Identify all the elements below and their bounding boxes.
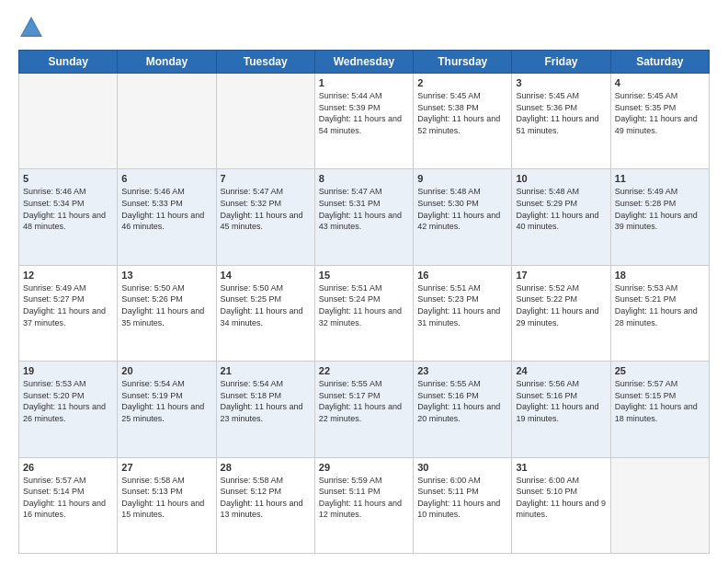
day-info: Sunrise: 5:54 AMSunset: 5:19 PMDaylight:… <box>121 378 211 424</box>
sunrise-text: Sunrise: 5:53 AM <box>23 379 86 388</box>
calendar-cell: 15Sunrise: 5:51 AMSunset: 5:24 PMDayligh… <box>314 265 413 361</box>
day-info: Sunrise: 5:51 AMSunset: 5:23 PMDaylight:… <box>417 282 507 328</box>
calendar-row: 26Sunrise: 5:57 AMSunset: 5:14 PMDayligh… <box>19 457 710 553</box>
day-number: 7 <box>221 173 311 184</box>
sunset-text: Sunset: 5:27 PM <box>23 294 85 304</box>
day-number: 16 <box>417 270 507 281</box>
daylight-text: Daylight: 11 hours and 32 minutes. <box>319 306 402 327</box>
sunset-text: Sunset: 5:25 PM <box>221 294 282 304</box>
day-number: 26 <box>23 462 113 473</box>
calendar-cell: 30Sunrise: 6:00 AMSunset: 5:11 PMDayligh… <box>414 457 512 553</box>
header <box>18 15 710 40</box>
calendar-row: 5Sunrise: 5:46 AMSunset: 5:34 PMDaylight… <box>19 169 710 265</box>
day-number: 29 <box>319 462 409 473</box>
day-info: Sunrise: 5:45 AMSunset: 5:36 PMDaylight:… <box>516 90 606 136</box>
daylight-text: Daylight: 11 hours and 34 minutes. <box>221 306 303 327</box>
sunrise-text: Sunrise: 5:59 AM <box>319 476 382 485</box>
day-info: Sunrise: 6:00 AMSunset: 5:10 PMDaylight:… <box>516 475 606 521</box>
day-info: Sunrise: 5:48 AMSunset: 5:29 PMDaylight:… <box>516 186 606 232</box>
daylight-text: Daylight: 11 hours and 42 minutes. <box>417 211 500 232</box>
sunset-text: Sunset: 5:29 PM <box>516 199 577 208</box>
svg-marker-1 <box>22 20 40 35</box>
day-number: 11 <box>615 173 705 184</box>
sunset-text: Sunset: 5:21 PM <box>615 294 677 304</box>
sunset-text: Sunset: 5:18 PM <box>221 391 282 400</box>
sunrise-text: Sunrise: 5:55 AM <box>417 379 481 388</box>
day-number: 25 <box>615 365 705 376</box>
daylight-text: Daylight: 11 hours and 10 minutes. <box>417 499 500 520</box>
day-number: 12 <box>23 270 113 281</box>
sunrise-text: Sunrise: 6:00 AM <box>417 476 481 485</box>
day-number: 1 <box>319 77 409 88</box>
day-number: 28 <box>221 462 311 473</box>
day-number: 13 <box>121 270 211 281</box>
calendar-cell: 3Sunrise: 5:45 AMSunset: 5:36 PMDaylight… <box>512 74 610 169</box>
daylight-text: Daylight: 11 hours and 25 minutes. <box>121 402 204 423</box>
day-number: 6 <box>121 173 211 184</box>
weekday-header-wednesday: Wednesday <box>314 51 413 74</box>
calendar-cell: 11Sunrise: 5:49 AMSunset: 5:28 PMDayligh… <box>610 169 709 265</box>
calendar-cell: 29Sunrise: 5:59 AMSunset: 5:11 PMDayligh… <box>314 457 413 553</box>
sunset-text: Sunset: 5:32 PM <box>221 199 282 208</box>
sunset-text: Sunset: 5:28 PM <box>615 199 677 208</box>
calendar-row: 12Sunrise: 5:49 AMSunset: 5:27 PMDayligh… <box>19 265 710 361</box>
calendar-cell: 16Sunrise: 5:51 AMSunset: 5:23 PMDayligh… <box>414 265 512 361</box>
daylight-text: Daylight: 11 hours and 54 minutes. <box>319 114 402 135</box>
calendar-cell: 1Sunrise: 5:44 AMSunset: 5:39 PMDaylight… <box>314 74 413 169</box>
page: SundayMondayTuesdayWednesdayThursdayFrid… <box>0 0 728 563</box>
sunrise-text: Sunrise: 5:45 AM <box>615 91 678 100</box>
calendar-cell: 12Sunrise: 5:49 AMSunset: 5:27 PMDayligh… <box>19 265 118 361</box>
calendar-cell: 8Sunrise: 5:47 AMSunset: 5:31 PMDaylight… <box>314 169 413 265</box>
daylight-text: Daylight: 11 hours and 23 minutes. <box>221 402 303 423</box>
sunrise-text: Sunrise: 5:47 AM <box>319 187 382 196</box>
sunset-text: Sunset: 5:11 PM <box>319 487 381 496</box>
sunset-text: Sunset: 5:11 PM <box>417 487 479 496</box>
calendar-cell: 7Sunrise: 5:47 AMSunset: 5:32 PMDaylight… <box>216 169 314 265</box>
day-number: 20 <box>121 365 211 376</box>
day-number: 5 <box>23 173 113 184</box>
weekday-header-thursday: Thursday <box>414 51 512 74</box>
day-number: 31 <box>516 462 606 473</box>
sunrise-text: Sunrise: 5:47 AM <box>221 187 284 196</box>
sunrise-text: Sunrise: 5:54 AM <box>221 379 284 388</box>
day-number: 15 <box>319 270 409 281</box>
day-number: 19 <box>23 365 113 376</box>
sunset-text: Sunset: 5:12 PM <box>221 487 282 496</box>
weekday-header-sunday: Sunday <box>19 51 118 74</box>
day-info: Sunrise: 5:44 AMSunset: 5:39 PMDaylight:… <box>319 90 409 136</box>
day-number: 10 <box>516 173 606 184</box>
calendar-cell: 26Sunrise: 5:57 AMSunset: 5:14 PMDayligh… <box>19 457 118 553</box>
day-number: 9 <box>417 173 507 184</box>
day-number: 2 <box>417 77 507 88</box>
sunset-text: Sunset: 5:13 PM <box>121 487 183 496</box>
weekday-header-friday: Friday <box>512 51 610 74</box>
sunset-text: Sunset: 5:10 PM <box>516 487 577 496</box>
day-info: Sunrise: 5:55 AMSunset: 5:16 PMDaylight:… <box>417 378 507 424</box>
calendar-cell: 31Sunrise: 6:00 AMSunset: 5:10 PMDayligh… <box>512 457 610 553</box>
sunrise-text: Sunrise: 5:51 AM <box>417 283 481 293</box>
day-info: Sunrise: 5:49 AMSunset: 5:28 PMDaylight:… <box>615 186 705 232</box>
day-number: 23 <box>417 365 507 376</box>
calendar-cell: 22Sunrise: 5:55 AMSunset: 5:17 PMDayligh… <box>314 362 413 457</box>
sunrise-text: Sunrise: 5:58 AM <box>221 476 284 485</box>
calendar-cell: 20Sunrise: 5:54 AMSunset: 5:19 PMDayligh… <box>118 362 216 457</box>
daylight-text: Daylight: 11 hours and 16 minutes. <box>23 499 106 520</box>
day-info: Sunrise: 5:57 AMSunset: 5:14 PMDaylight:… <box>23 475 113 521</box>
sunset-text: Sunset: 5:19 PM <box>121 391 183 400</box>
sunrise-text: Sunrise: 5:51 AM <box>319 283 382 293</box>
calendar-cell: 9Sunrise: 5:48 AMSunset: 5:30 PMDaylight… <box>414 169 512 265</box>
sunrise-text: Sunrise: 5:57 AM <box>615 379 678 388</box>
day-number: 18 <box>615 270 705 281</box>
daylight-text: Daylight: 11 hours and 35 minutes. <box>121 306 204 327</box>
day-info: Sunrise: 5:53 AMSunset: 5:21 PMDaylight:… <box>615 282 705 328</box>
sunset-text: Sunset: 5:22 PM <box>516 294 577 304</box>
calendar-row: 19Sunrise: 5:53 AMSunset: 5:20 PMDayligh… <box>19 362 710 457</box>
logo <box>18 15 48 40</box>
sunrise-text: Sunrise: 5:57 AM <box>23 476 86 485</box>
sunrise-text: Sunrise: 5:49 AM <box>23 283 86 293</box>
day-info: Sunrise: 5:47 AMSunset: 5:31 PMDaylight:… <box>319 186 409 232</box>
sunset-text: Sunset: 5:15 PM <box>615 391 677 400</box>
sunset-text: Sunset: 5:24 PM <box>319 294 381 304</box>
sunrise-text: Sunrise: 5:46 AM <box>121 187 185 196</box>
daylight-text: Daylight: 11 hours and 20 minutes. <box>417 402 500 423</box>
